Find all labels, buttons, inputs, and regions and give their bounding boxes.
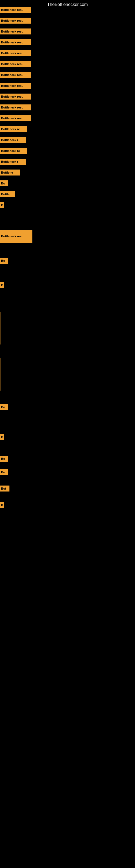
- bar-item-7: Bottleneck resu: [0, 83, 31, 89]
- bar-item-27: Bo: [0, 469, 8, 475]
- bar-label-18: B: [0, 202, 4, 208]
- bar-label-28: Bot: [0, 486, 9, 492]
- bar-item-11: Bottleneck re: [0, 126, 27, 132]
- bar-label-20: Bo: [0, 258, 8, 264]
- bar-item-16: Bo: [0, 180, 8, 186]
- bar-label-4: Bottleneck resu: [0, 50, 31, 56]
- bar-label-11: Bottleneck re: [0, 126, 27, 132]
- bar-item-1: Bottleneck resu: [0, 18, 31, 24]
- bar-item-14: Bottleneck r: [0, 159, 26, 165]
- bar-label-14: Bottleneck r: [0, 159, 26, 165]
- bar-item-6: Bottleneck resu: [0, 72, 31, 78]
- bar-label-2: Bottleneck resu: [0, 29, 31, 34]
- bar-label-13: Bottleneck re: [0, 148, 27, 154]
- bar-label-26: Bo: [0, 456, 8, 462]
- bar-item-13: Bottleneck re: [0, 148, 27, 154]
- bar-item-12: Bottleneck r: [0, 137, 26, 143]
- bar-item-21: B: [0, 282, 4, 288]
- bar-label-16: Bo: [0, 180, 8, 186]
- bar-label-10: Bottleneck resu: [0, 115, 31, 121]
- bar-item-29: B: [0, 502, 4, 508]
- bar-label-8: Bottleneck resu: [0, 94, 31, 99]
- bar-item-20: Bo: [0, 258, 8, 264]
- bar-item-25: B: [0, 434, 4, 440]
- vertical-bar-22: [1, 312, 1, 344]
- bar-item-24: Bo: [0, 404, 8, 410]
- bar-item-5: Bottleneck resu: [0, 61, 31, 67]
- bar-item-15: Bottlene: [0, 169, 20, 176]
- bar-label-29: B: [0, 502, 4, 508]
- bar-item-2: Bottleneck resu: [0, 29, 31, 34]
- vertical-bar-23: [1, 358, 1, 391]
- bar-item-26: Bo: [0, 456, 8, 462]
- bar-label-3: Bottleneck resu: [0, 39, 31, 45]
- bar-label-5: Bottleneck resu: [0, 61, 31, 67]
- bar-label-1: Bottleneck resu: [0, 18, 31, 24]
- bar-item-18: B: [0, 202, 4, 208]
- bar-label-24: Bo: [0, 404, 8, 410]
- bar-item-10: Bottleneck resu: [0, 115, 31, 121]
- bar-item-0: Bottleneck resu: [0, 7, 31, 13]
- bar-label-17: Bottle: [0, 191, 15, 197]
- bar-item-19: Bottleneck res: [0, 230, 32, 243]
- bar-label-9: Bottleneck resu: [0, 104, 31, 111]
- bar-item-17: Bottle: [0, 191, 15, 197]
- bar-item-8: Bottleneck resu: [0, 94, 31, 99]
- bar-label-15: Bottlene: [0, 169, 20, 176]
- bar-label-25: B: [0, 434, 4, 440]
- bar-label-7: Bottleneck resu: [0, 83, 31, 89]
- bar-item-9: Bottleneck resu: [0, 104, 31, 111]
- bar-label-27: Bo: [0, 469, 8, 475]
- bar-label-12: Bottleneck r: [0, 137, 26, 143]
- bar-label-21: B: [0, 282, 4, 288]
- bar-label-19: Bottleneck res: [0, 230, 32, 243]
- bar-label-6: Bottleneck resu: [0, 72, 31, 78]
- bar-item-28: Bot: [0, 486, 9, 492]
- bar-label-0: Bottleneck resu: [0, 7, 31, 13]
- bar-item-3: Bottleneck resu: [0, 39, 31, 45]
- bar-item-4: Bottleneck resu: [0, 50, 31, 56]
